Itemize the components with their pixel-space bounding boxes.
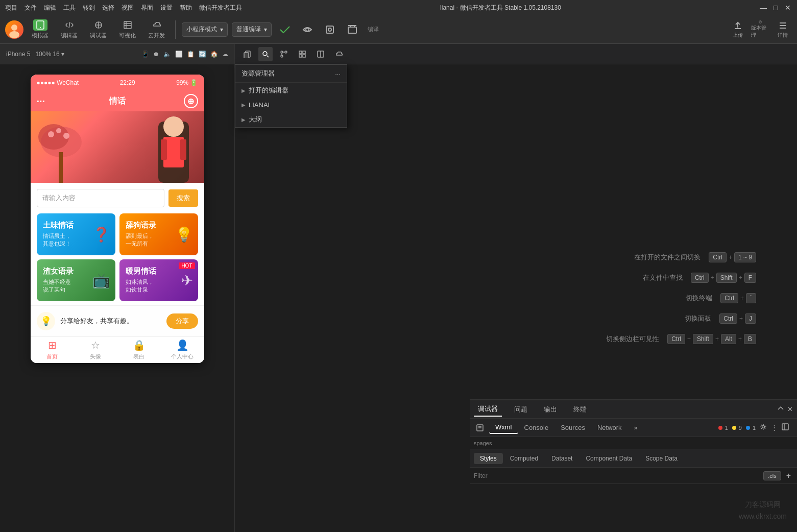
resource-item-editors[interactable]: ▶ 打开的编辑器 [235, 83, 347, 98]
sim-icon-screen[interactable]: ⬜ [175, 51, 183, 58]
bottom-tab-output[interactable]: 输出 [540, 403, 561, 416]
tool-editor[interactable]: 编辑器 [57, 17, 82, 41]
card-tuwei[interactable]: 土味情话 情话虽土， 其意也深！ ❓ [37, 213, 115, 255]
styles-tab-computed[interactable]: Computed [504, 453, 544, 464]
tab-confess[interactable]: 🔒 表白 [117, 339, 161, 360]
resource-item-lianai[interactable]: ▶ LIANAI [235, 98, 347, 112]
menu-item-界面[interactable]: 界面 [141, 4, 153, 12]
tab-confess-icon: 🔒 [133, 339, 146, 351]
more-options-icon[interactable]: ⋮ [771, 424, 778, 431]
svg-point-14 [328, 28, 331, 31]
compile-button[interactable] [276, 20, 294, 39]
dt-tab-wxml[interactable]: Wxml [489, 421, 518, 434]
bottom-tab-debugger[interactable]: 调试器 [474, 402, 502, 417]
settings-icon[interactable] [760, 423, 767, 432]
cls-button[interactable]: .cls [763, 471, 781, 480]
styles-tab-dataset[interactable]: Dataset [545, 453, 578, 464]
svg-rect-57 [782, 424, 788, 430]
styles-tab-component[interactable]: Component Data [579, 453, 638, 464]
menu-item-视图[interactable]: 视图 [122, 4, 134, 12]
card-tiangou[interactable]: 舔狗语录 舔到最后， 一无所有 💡 [119, 213, 198, 255]
dt-tab-sources[interactable]: Sources [554, 422, 591, 433]
title-bar: 项目文件编辑工具转到选择视图界面设置帮助微信开发者工具 lianai - 微信开… [0, 0, 797, 15]
tool-cloud[interactable]: 云开发 [144, 17, 169, 41]
search-button[interactable]: 搜索 [168, 189, 198, 207]
app-title: 情话 [109, 96, 126, 107]
svg-point-0 [11, 25, 17, 31]
svg-rect-47 [299, 51, 302, 54]
shortcut-keys-2: Ctrl + ` [720, 293, 756, 303]
bottom-tab-issues[interactable]: 问题 [510, 403, 532, 416]
detail-button[interactable]: 详情 [774, 20, 792, 39]
tool-simulator[interactable]: 模拟器 [28, 17, 53, 41]
collapse-icon[interactable] [777, 405, 784, 414]
nav-circle-btn[interactable]: ⊕ [184, 94, 198, 108]
tab-avatar[interactable]: ☆ 头像 [74, 339, 117, 360]
expand-panel-icon[interactable] [782, 423, 789, 432]
menu-item-项目[interactable]: 项目 [5, 4, 17, 12]
tab-profile[interactable]: 👤 个人中心 [161, 339, 204, 360]
editor-icon-grid[interactable] [295, 47, 309, 61]
sim-icon-cloud2[interactable]: ☁ [222, 51, 228, 58]
menu-item-设置[interactable]: 设置 [160, 4, 173, 12]
tool-visualize[interactable]: 可视化 [115, 17, 140, 41]
menu-item-选择[interactable]: 选择 [102, 4, 114, 12]
dt-tab-network[interactable]: Network [591, 422, 628, 433]
styles-tab-scope[interactable]: Scope Data [639, 453, 684, 464]
real-debug-button[interactable] [321, 20, 339, 39]
maximize-button[interactable]: □ [771, 4, 780, 12]
version-button[interactable]: 版本管理 [751, 20, 769, 39]
info-badge: 1 [746, 425, 756, 431]
menu-item-帮助[interactable]: 帮助 [180, 4, 192, 12]
menu-item-微信开发者工具[interactable]: 微信开发者工具 [199, 4, 242, 12]
sim-icon-audio[interactable]: 🔈 [163, 51, 171, 58]
editor-icon-copy[interactable] [240, 47, 254, 61]
mode-select[interactable]: 小程序模式 ▾ [182, 22, 228, 37]
menu-item-文件[interactable]: 文件 [25, 4, 37, 12]
menu-item-编辑[interactable]: 编辑 [44, 4, 56, 12]
tab-home[interactable]: ⊞ 首页 [31, 339, 74, 360]
filter-input[interactable] [474, 472, 760, 479]
sim-icon-refresh[interactable]: 🔄 [199, 51, 206, 58]
window-controls[interactable]: — □ ✕ [759, 4, 792, 12]
minimize-button[interactable]: — [759, 4, 767, 12]
sim-icon-copy[interactable]: 📋 [187, 51, 195, 58]
card-nuannan[interactable]: HOT 暖男情话 如沐清风， 如饮甘泉 ✈ [119, 259, 198, 301]
phone-tabbar: ⊞ 首页 ☆ 头像 🔒 表白 👤 个人中心 [31, 336, 204, 363]
shortcut-row-2: 切换终端 Ctrl + ` [610, 293, 756, 303]
editor-icon-search[interactable] [258, 47, 273, 61]
sim-icon-home[interactable]: 🏠 [210, 51, 218, 58]
compile-select[interactable]: 普通编译 ▾ [232, 22, 272, 37]
simulator-panel: iPhone 5 100% 16 ▾ 📱 ⏺ 🔈 ⬜ 📋 🔄 🏠 ☁ ●●●●●… [0, 44, 235, 532]
nav-dots[interactable]: ··· [37, 95, 45, 107]
tool-debugger[interactable]: 调试器 [86, 17, 111, 41]
search-input[interactable]: 请输入内容 [37, 189, 164, 207]
sim-icon-device[interactable]: 📱 [141, 51, 149, 58]
svg-point-40 [263, 52, 267, 56]
svg-point-31 [56, 128, 61, 133]
window-title: lianai - 微信开发者工具 Stable 1.05.2108130 [440, 4, 561, 12]
menu-item-转到[interactable]: 转到 [83, 4, 95, 12]
share-button[interactable]: 分享 [166, 313, 198, 329]
menu-item-工具[interactable]: 工具 [63, 4, 76, 12]
add-style-button[interactable]: + [784, 471, 793, 480]
dt-tab-console[interactable]: Console [518, 422, 555, 433]
editor-icon-branch[interactable] [277, 47, 291, 61]
styles-tab-styles[interactable]: Styles [474, 453, 503, 464]
upload-button[interactable]: 上传 [729, 20, 747, 39]
preview-button[interactable] [298, 20, 317, 39]
card-zhanu[interactable]: 渣女语录 当她不经意 说了某句 📺 [37, 259, 115, 301]
resource-more-icon[interactable]: ··· [335, 70, 341, 78]
close-panel-icon[interactable]: ✕ [787, 405, 793, 413]
editor-icon-layout[interactable] [313, 47, 328, 61]
clear-cache-button[interactable] [343, 20, 361, 39]
tab-home-icon: ⊞ [48, 339, 57, 351]
inspect-icon[interactable] [474, 422, 486, 434]
editor-icon-cloud3[interactable] [332, 47, 346, 61]
menu-bar[interactable]: 项目文件编辑工具转到选择视图界面设置帮助微信开发者工具 [5, 4, 242, 12]
dt-tab-more[interactable]: » [628, 422, 644, 433]
sim-icon-record[interactable]: ⏺ [153, 51, 159, 58]
bottom-tab-terminal[interactable]: 终端 [569, 403, 591, 416]
close-button[interactable]: ✕ [784, 4, 792, 12]
resource-item-outline[interactable]: ▶ 大纲 [235, 112, 347, 127]
